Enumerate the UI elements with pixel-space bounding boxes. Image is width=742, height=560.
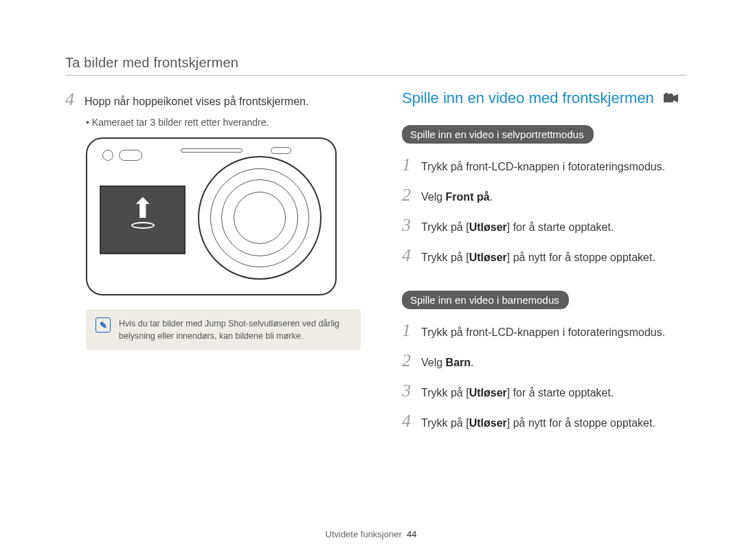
camera-diagram: ⬆ — [86, 137, 337, 295]
sub-heading-barn: Spille inn en video i barnemodus — [402, 291, 569, 309]
front-lcd: ⬆ — [100, 186, 186, 254]
step-number: 4 — [402, 411, 414, 432]
step-text: Velg Front på. — [421, 191, 493, 203]
right-column: Spille inn en video med frontskjermen Sp… — [402, 89, 687, 441]
step-text: Trykk på [Utløser] på nytt for å stoppe … — [421, 417, 655, 429]
note-text: Hvis du tar bilder med Jump Shot-selvutl… — [119, 317, 351, 342]
barn-step-1: 1 Trykk på front-LCD-knappen i fotorater… — [402, 320, 687, 341]
step-text: Velg Barn. — [421, 357, 474, 369]
step-number: 4 — [65, 89, 78, 110]
svg-point-2 — [669, 93, 673, 97]
step-number: 2 — [402, 350, 414, 371]
step-number: 2 — [402, 185, 414, 205]
barn-step-4: 4 Trykk på [Utløser] på nytt for å stopp… — [402, 411, 687, 432]
step-number: 1 — [402, 155, 414, 175]
footer-label: Utvidete funksjoner — [326, 529, 402, 539]
step-4-bullet: Kameraet tar 3 bilder rett etter hverand… — [86, 117, 361, 128]
step-text: Trykk på front-LCD-knappen i fotoraterin… — [421, 161, 665, 173]
step-text: Trykk på [Utløser] for å starte opptaket… — [421, 221, 614, 234]
step-text: Trykk på front-LCD-knappen i fotoraterin… — [421, 326, 665, 339]
right-heading-text: Spille inn en video med frontskjermen — [402, 89, 654, 107]
step-number: 1 — [402, 320, 414, 341]
note-box: ✎ Hvis du tar bilder med Jump Shot-selvu… — [86, 309, 361, 350]
sp-step-1: 1 Trykk på front-LCD-knappen i fotorater… — [402, 155, 687, 175]
step-number: 3 — [402, 215, 414, 236]
right-heading: Spille inn en video med frontskjermen — [402, 89, 687, 107]
barn-step-3: 3 Trykk på [Utløser] for å starte opptak… — [402, 381, 687, 401]
step-number: 3 — [402, 381, 414, 401]
page-number: 44 — [407, 529, 416, 539]
svg-point-1 — [664, 93, 668, 97]
page-footer: Utvidete funksjoner 44 — [0, 529, 742, 539]
barn-step-2: 2 Velg Barn. — [402, 350, 687, 371]
step-number: 4 — [402, 245, 414, 266]
step-text: Trykk på [Utløser] på nytt for å stoppe … — [421, 251, 655, 264]
sp-step-2: 2 Velg Front på. — [402, 185, 687, 205]
left-column: 4 Hopp når hoppeikonet vises på frontskj… — [65, 89, 361, 441]
note-icon: ✎ — [95, 317, 111, 333]
video-camera-icon — [664, 93, 679, 104]
step-text: Trykk på [Utløser] for å starte opptaket… — [421, 387, 614, 399]
sp-step-3: 3 Trykk på [Utløser] for å starte opptak… — [402, 215, 687, 236]
step-4: 4 Hopp når hoppeikonet vises på frontskj… — [65, 89, 361, 110]
section-title: Ta bilder med frontskjermen — [65, 55, 687, 76]
sp-step-4: 4 Trykk på [Utløser] på nytt for å stopp… — [402, 245, 687, 266]
sub-heading-selfportrait: Spille inn en video i selvportrettmodus — [402, 125, 594, 144]
step-text: Hopp når hoppeikonet vises på frontskjer… — [85, 96, 308, 108]
jump-arrow-icon: ⬆ — [131, 194, 155, 222]
